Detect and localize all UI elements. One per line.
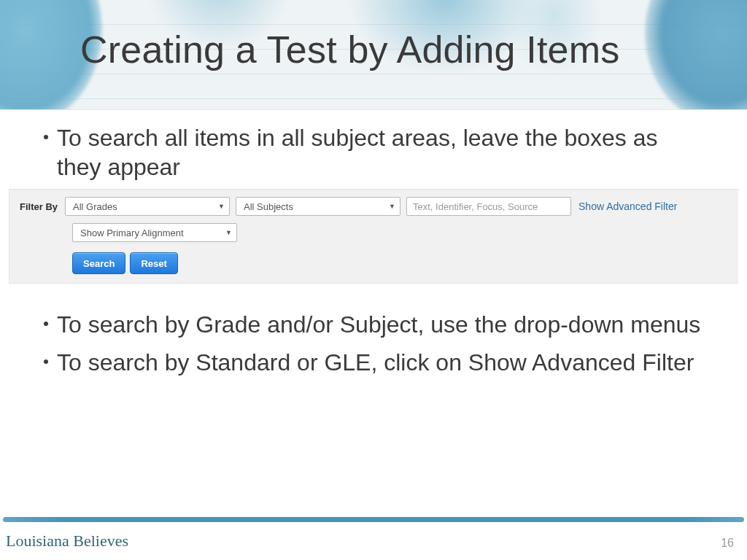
reset-button[interactable]: Reset xyxy=(130,252,177,274)
footer-tagline: Louisiana Believes xyxy=(6,532,128,551)
bullet-item: To search all items in all subject areas… xyxy=(44,123,703,182)
filter-by-label: Filter By xyxy=(20,201,58,212)
slide-title: Creating a Test by Adding Items xyxy=(80,28,619,71)
footer-divider xyxy=(3,517,744,522)
bullet-text: To search by Grade and/or Subject, use t… xyxy=(57,310,703,341)
chevron-down-icon: ▼ xyxy=(225,229,232,236)
bullet-text: To search by Standard or GLE, click on S… xyxy=(57,348,703,378)
primary-alignment-value: Show Primary Alignment xyxy=(80,228,184,238)
filter-panel: Filter By All Grades ▼ All Subjects ▼ Te… xyxy=(9,189,738,284)
grades-dropdown-value: All Grades xyxy=(73,201,117,212)
subjects-dropdown[interactable]: All Subjects ▼ xyxy=(236,197,400,216)
show-advanced-filter-link[interactable]: Show Advanced Filter xyxy=(578,201,677,212)
chevron-down-icon: ▼ xyxy=(389,203,395,210)
bullet-dot-icon xyxy=(44,322,48,326)
header-banner: Creating a Test by Adding Items xyxy=(0,0,747,110)
bullet-text: To search all items in all subject areas… xyxy=(57,123,703,182)
bullet-dot-icon xyxy=(44,135,48,139)
primary-alignment-dropdown[interactable]: Show Primary Alignment ▼ xyxy=(72,223,237,242)
bullet-item: To search by Standard or GLE, click on S… xyxy=(44,348,703,378)
search-text-input[interactable]: Text, Identifier, Focus, Source xyxy=(406,197,571,216)
search-text-placeholder: Text, Identifier, Focus, Source xyxy=(413,201,538,212)
chevron-down-icon: ▼ xyxy=(218,203,225,210)
subjects-dropdown-value: All Subjects xyxy=(244,201,293,212)
grades-dropdown[interactable]: All Grades ▼ xyxy=(65,197,230,216)
search-button[interactable]: Search xyxy=(72,252,125,274)
page-number: 16 xyxy=(721,537,734,550)
bullet-dot-icon xyxy=(44,359,48,364)
bullet-item: To search by Grade and/or Subject, use t… xyxy=(44,310,703,341)
